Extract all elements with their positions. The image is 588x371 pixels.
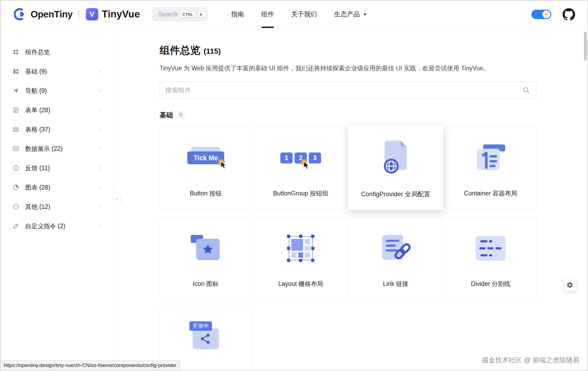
card-config-provider[interactable]: ConfigProvider 全局配置 [348,125,443,210]
chevron-right-icon [97,223,102,229]
layout-grid-icon [286,234,315,263]
star-icon [201,243,214,256]
card-button-group[interactable]: 1 2 3 ButtonGroup 按钮组 [255,126,347,209]
sidebar-item-label: 其他 (12) [25,203,50,211]
search-icon [522,86,530,94]
card-label-button-group: ButtonGroup 按钮组 [255,189,347,198]
virtual-scroll-panel [193,328,219,349]
container-layout-icon [474,143,507,172]
sidebar-item-label: 表格 (37) [25,125,50,134]
theme-toggle[interactable] [531,10,551,19]
config-provider-demo [348,125,443,190]
main-content: 组件总览 (115) TinyVue 为 Web 应用提供了丰富的基础 UI 组… [113,28,587,370]
nav-about-label: 关于我们 [291,10,317,19]
directive-pen-icon [12,223,19,230]
scrollbar-thumb[interactable] [584,32,587,61]
browser-page: OpenTiny | V TinyVue Search CTRL K 指南 组件… [0,0,588,371]
sidebar-item-table[interactable]: 表格 (37) [1,120,113,139]
sidebar-item-chart[interactable]: 图表 (28) [1,178,113,197]
sidebar-item-basic[interactable]: 基础 (9) [1,62,113,81]
header-actions [531,8,575,21]
sidebar-item-overview[interactable]: 组件总览 [1,42,113,62]
chevron-right-icon [97,127,102,132]
chevron-right-icon [97,88,102,93]
chevron-right-icon [97,204,102,209]
card-link[interactable]: Link 链接 [350,217,442,299]
section-count-badge: 9 [177,111,185,119]
nav-ecosystem-label: 生态产品 [334,10,360,19]
config-provider-globe-doc-icon [379,139,412,176]
nav-guide[interactable]: 指南 [223,1,253,28]
sidebar-item-data-display[interactable]: 数据展示 (22) [1,139,113,158]
link-demo [350,217,442,279]
sidebar-item-label: 表单 (28) [25,106,50,114]
chevron-down-icon [362,11,368,17]
sidebar-item-label: 基础 (9) [25,67,47,76]
card-label-divider: Divider 分割线 [445,280,536,288]
component-grid: Tick Me Button 按钮 1 [160,126,587,371]
sidebar-item-label: 反馈 (11) [25,164,50,172]
card-label-layout: Layout 栅格布局 [255,280,347,288]
chevron-right-icon [97,185,102,190]
chart-icon [12,184,19,191]
header-search-button[interactable]: Search CTRL K [152,7,208,21]
sidebar-item-navigation[interactable]: 导航 (9) [1,81,113,100]
sidebar-item-label: 数据展示 (22) [25,145,63,153]
chevron-right-icon [97,69,102,74]
component-search-input[interactable] [160,82,537,99]
component-count: (115) [204,47,221,56]
opentiny-brand-name: OpenTiny [31,9,73,20]
card-layout[interactable]: Layout 栅格布局 [255,217,347,299]
other-icon [12,203,19,210]
search-icon [156,11,156,17]
sidebar-item-label: 组件总览 [25,48,50,56]
nav-ecosystem[interactable]: 生态产品 [326,1,377,28]
chevron-right-icon [97,107,102,113]
page-title-text: 组件总览 [160,43,200,57]
card-container[interactable]: Container 容器布局 [444,126,537,209]
in-development-badge: 开发中 [189,321,212,331]
form-icon [12,107,19,114]
watermark: 掘金技术社区 @ 前端之虎陈随易 [482,356,579,365]
table-icon [12,126,19,133]
sun-icon [544,12,549,17]
kbd-k-badge: K [198,11,205,18]
card-label-link: Link 链接 [350,280,442,288]
button-group-demo: 1 2 3 [255,127,347,189]
chevron-right-icon [97,165,102,171]
icon-demo-zone [160,217,252,279]
card-divider[interactable]: Divider 分割线 [444,217,537,299]
tinyvue-brand-link[interactable]: V TinyVue [86,8,140,20]
main-nav: 指南 组件 关于我们 生态产品 [223,1,377,28]
status-url: https://opentiny.design/tiny-vue/zh-CN/o… [1,361,180,370]
kbd-ctrl-badge: CTRL [180,11,195,18]
icon-star-square [196,239,220,260]
sidebar-item-label: 自定义指令 (2) [25,222,65,230]
sidebar-item-form[interactable]: 表单 (28) [1,100,113,120]
data-display-icon [12,145,19,152]
card-label-config-provider: ConfigProvider 全局配置 [348,190,443,198]
site-header: OpenTiny | V TinyVue Search CTRL K 指南 组件… [1,1,587,28]
card-icon[interactable]: Icon 图标 [160,217,252,299]
feedback-icon [12,165,19,172]
github-icon[interactable] [563,8,575,21]
navigation-icon [12,87,19,94]
sidebar-item-label: 导航 (9) [25,87,47,95]
sidebar-item-other[interactable]: 其他 (12) [1,197,113,216]
layout-demo [255,217,347,279]
nav-about[interactable]: 关于我们 [283,1,326,28]
divider-demo [445,217,536,279]
sidebar-item-feedback[interactable]: 反馈 (11) [1,158,113,178]
card-label-icon: Icon 图标 [160,280,252,288]
settings-button[interactable] [564,279,576,291]
section-header: 基础 9 [160,111,587,119]
card-button[interactable]: Tick Me Button 按钮 [160,126,252,209]
basic-icon [12,68,19,75]
container-demo [445,127,536,189]
chevron-left-icon [115,197,119,201]
header-search-placeholder: Search [158,11,178,18]
sidebar-item-directives[interactable]: 自定义指令 (2) [1,216,113,236]
tinyvue-brand-name: TinyVue [102,9,140,20]
nav-components[interactable]: 组件 [253,1,283,28]
opentiny-brand-link[interactable]: OpenTiny [14,8,73,21]
